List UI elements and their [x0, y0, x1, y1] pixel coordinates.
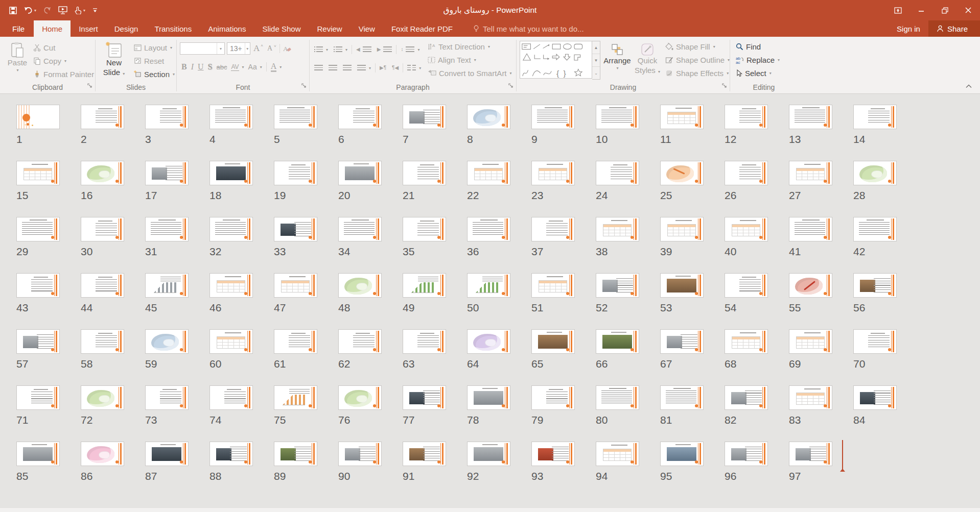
slide-thumbnail[interactable]: [725, 161, 768, 185]
slide-thumbnail[interactable]: [209, 442, 253, 466]
align-left-button[interactable]: [313, 61, 324, 75]
replace-caret[interactable]: ▾: [778, 58, 780, 62]
align-center-button[interactable]: [327, 61, 339, 75]
reset-button[interactable]: Reset: [132, 54, 176, 67]
gallery-scroll-down[interactable]: ▼: [592, 54, 600, 67]
slide-thumbnail[interactable]: [467, 217, 510, 241]
new-slide-caret[interactable]: ▾: [123, 71, 125, 76]
slide-thumbnail[interactable]: [531, 273, 575, 298]
line-spacing-caret[interactable]: ▾: [417, 47, 419, 52]
slide-thumbnail[interactable]: [403, 385, 446, 410]
numbering-caret[interactable]: ▾: [345, 47, 347, 52]
font-color-button[interactable]: A▾: [269, 60, 284, 74]
slide-thumbnail[interactable]: [467, 385, 510, 410]
slide-thumbnail[interactable]: [853, 329, 897, 354]
close-button[interactable]: [956, 0, 980, 20]
slide-thumbnail[interactable]: [209, 161, 253, 185]
numbering-button[interactable]: ▾: [332, 43, 349, 56]
slide-thumbnail[interactable]: [660, 385, 704, 410]
slide-thumbnail[interactable]: [853, 273, 897, 298]
ribbon-display-options-button[interactable]: [886, 0, 909, 20]
slide-thumbnail[interactable]: [725, 217, 768, 241]
slide-thumbnail[interactable]: [338, 217, 382, 241]
slide-thumbnail[interactable]: [660, 105, 704, 129]
slide-thumbnail[interactable]: [81, 161, 124, 185]
slide-thumbnail[interactable]: [209, 385, 253, 410]
tell-me-box[interactable]: Tell me what you want to do...: [468, 20, 589, 37]
slide-thumbnail[interactable]: [725, 442, 768, 466]
underline-button[interactable]: U: [196, 60, 205, 74]
redo-button[interactable]: [43, 7, 51, 14]
font-color-caret[interactable]: ▾: [279, 65, 282, 69]
slide-thumbnail[interactable]: [789, 385, 832, 410]
italic-button[interactable]: I: [190, 60, 195, 74]
paste-button[interactable]: Paste ▾: [5, 39, 30, 73]
copy-button[interactable]: Copy ▾: [32, 54, 96, 67]
slide-thumbnail[interactable]: [403, 161, 446, 185]
shape-effects-button[interactable]: Shape Effects ▾: [664, 66, 731, 80]
text-direction-caret[interactable]: ▾: [488, 44, 490, 49]
tab-home[interactable]: Home: [34, 20, 71, 37]
slide-thumbnail[interactable]: [596, 217, 639, 241]
justify-button[interactable]: ▾: [356, 61, 372, 75]
text-shadow-button[interactable]: S: [206, 60, 214, 74]
slide-thumbnail[interactable]: [531, 105, 575, 129]
slide-thumbnail[interactable]: [789, 161, 832, 185]
increase-font-size-button[interactable]: A˄: [252, 42, 264, 55]
slide-thumbnail[interactable]: [16, 273, 60, 298]
slide-thumbnail[interactable]: [81, 217, 124, 241]
slide-thumbnail[interactable]: [16, 217, 60, 241]
slide-thumbnail[interactable]: [467, 161, 510, 185]
slide-thumbnail[interactable]: [660, 217, 704, 241]
copy-caret[interactable]: ▾: [64, 59, 66, 63]
share-button[interactable]: Share: [928, 20, 980, 37]
character-spacing-button[interactable]: AV▾: [229, 60, 245, 74]
font-name-caret[interactable]: ▾: [217, 43, 224, 54]
slide-thumbnail[interactable]: [274, 217, 317, 241]
sign-in-button[interactable]: Sign in: [889, 20, 928, 37]
font-name-combobox[interactable]: ▾: [180, 42, 225, 55]
slide-thumbnail[interactable]: [145, 105, 189, 129]
restore-button[interactable]: [933, 0, 956, 20]
slide-thumbnail[interactable]: [338, 329, 382, 354]
slide-thumbnail[interactable]: [81, 442, 124, 466]
slide-thumbnail[interactable]: [403, 105, 446, 129]
gallery-scroll-up[interactable]: ▲: [592, 41, 600, 54]
slide-thumbnail[interactable]: [531, 217, 575, 241]
tab-design[interactable]: Design: [106, 20, 147, 37]
slide-thumbnail[interactable]: [274, 329, 317, 354]
slide-thumbnail[interactable]: [209, 105, 253, 129]
slide-thumbnail[interactable]: [853, 217, 897, 241]
collapse-ribbon-button[interactable]: [966, 83, 972, 89]
convert-to-smartart-caret[interactable]: ▾: [510, 71, 512, 76]
section-caret[interactable]: ▾: [173, 72, 175, 77]
slide-thumbnail[interactable]: [81, 105, 124, 129]
slide-thumbnail[interactable]: [16, 161, 60, 185]
slide-thumbnail[interactable]: [467, 442, 510, 466]
strikethrough-button[interactable]: abc: [215, 60, 228, 74]
slide-thumbnail[interactable]: [596, 442, 639, 466]
start-from-beginning-button[interactable]: [58, 6, 67, 14]
slide-thumbnail[interactable]: [145, 161, 189, 185]
tab-view[interactable]: View: [351, 20, 383, 37]
slide-thumbnail[interactable]: [274, 105, 317, 129]
slide-thumbnail[interactable]: [209, 217, 253, 241]
decrease-font-size-button[interactable]: A˅: [266, 42, 277, 55]
arrange-button[interactable]: Arrange ▾: [602, 40, 632, 71]
slide-thumbnail[interactable]: [145, 442, 189, 466]
undo-dropdown-caret[interactable]: ▾: [34, 8, 36, 13]
slide-thumbnail[interactable]: [853, 385, 897, 410]
slide-thumbnail[interactable]: [789, 273, 832, 298]
drawing-dialog-launcher[interactable]: [722, 81, 727, 90]
slide-thumbnail[interactable]: [725, 273, 768, 298]
select-button[interactable]: Select ▾: [734, 66, 781, 80]
paragraph-dialog-launcher[interactable]: [508, 81, 514, 90]
slide-thumbnail[interactable]: [16, 329, 60, 354]
gallery-more[interactable]: ⌄: [592, 67, 600, 79]
slide-thumbnail[interactable]: [789, 105, 832, 129]
slide-thumbnail[interactable]: [596, 329, 639, 354]
slide-sorter[interactable]: 1234567891011121314151617181920212223242…: [0, 94, 980, 508]
align-right-button[interactable]: [341, 61, 353, 75]
slide-thumbnail[interactable]: [81, 385, 124, 410]
paste-caret[interactable]: ▾: [16, 68, 18, 73]
